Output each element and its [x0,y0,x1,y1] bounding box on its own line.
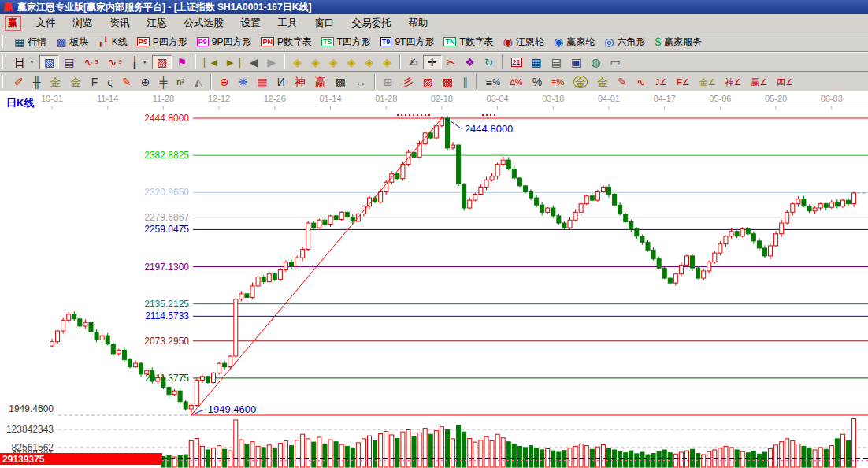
menu-item[interactable]: 文件 [28,15,65,32]
fan-box-tool-button[interactable]: ▨ [418,75,438,89]
set-square-button[interactable]: ◭ [189,75,207,89]
t9-square-button[interactable]: T99T四方形 [376,34,440,50]
next-page-button[interactable]: ▶ [263,55,281,69]
pattern-button[interactable]: ▨ [152,55,172,69]
h-range-tool-button[interactable]: ↔ [351,75,371,89]
chart-canvas[interactable]: 10-3111-1411-2812-1212-2601-1401-2802-18… [0,91,868,468]
calculator-button[interactable]: ▦ [527,55,547,69]
sectors-button[interactable]: ▩板块 [51,34,93,50]
p-number-button[interactable]: PNP数字表 [256,34,317,50]
hexagon-button[interactable]: ◎六角形 [599,34,650,50]
parallel-lines-tool-button[interactable]: ∥ [458,75,473,89]
candle-body [796,199,800,204]
red-grid-tool-button[interactable]: ▦ [252,75,272,89]
volume-flag-button[interactable]: ⚑ [172,55,191,69]
percent-button[interactable]: % [528,75,547,89]
gold-gann-ruler2-button[interactable]: 金 [66,75,87,89]
brush-tool-button[interactable]: ✎ [613,75,632,89]
k-mark-tool-button[interactable]: И [273,75,290,89]
window-title-bar[interactable]: 赢 赢家江恩专业版[赢家内部服务平台] - [上证指数 SH1A0001-167… [0,0,868,14]
quotes-button[interactable]: ▦行情 [9,34,51,50]
corner-box-tool-button[interactable]: ⊞ [379,75,398,89]
crosshair-tool-button[interactable]: ✛ [423,55,442,69]
first-page-button[interactable]: ▏◀ [199,55,222,69]
spiral-tool-button[interactable]: ς [102,75,117,89]
shen-tool-button[interactable]: 神 [290,75,310,89]
gann-diamond-expand-button[interactable]: ◈ [325,55,343,69]
menu-item[interactable]: 帮助 [400,15,437,32]
menu-item[interactable]: 资讯 [102,15,139,32]
gann-wheel-button[interactable]: ◉江恩轮 [499,34,549,50]
notes-button[interactable]: ▤ [547,55,566,69]
hatch-ruler-button[interactable]: ╪ [154,75,172,89]
winner-wheel-button[interactable]: ◉赢家轮 [549,34,599,50]
hand-tool-button[interactable]: ✍ [404,55,423,69]
n-square-button[interactable]: n² [172,75,189,89]
menu-item[interactable]: 设置 [232,15,269,32]
gann-diamond-left-button[interactable]: ◈ [288,55,306,69]
fan-lines-tool-button[interactable]: 彡 [398,75,418,89]
cycle-tool-button[interactable]: ↻ [480,55,499,69]
toolbar-grip[interactable] [2,75,6,87]
gann-diamond-cross-button[interactable]: ◈ [378,55,396,69]
save-button[interactable]: ▣ [566,55,586,69]
measure-tool-button[interactable]: ✂ [442,55,461,69]
calendar-button[interactable]: 21 [506,56,527,69]
t-number-button[interactable]: TNT数字表 [439,34,498,50]
prev-page-button[interactable]: ◀ [245,55,263,69]
scale-percent-button[interactable]: ≣% [480,75,505,89]
kline-button[interactable]: ╻╹K线 [93,34,132,50]
candle-body [295,258,299,266]
f-angle-button[interactable]: F∠ [672,75,695,89]
wave-3-button[interactable]: ∿3 [79,55,102,69]
percent-lines-button[interactable]: ≡% [547,75,569,89]
gold-gann-ruler-button[interactable]: 金 [46,75,66,89]
print-button[interactable]: ▭ [605,55,625,69]
t-square-button[interactable]: TST四方形 [317,34,376,50]
ying-tool-button[interactable]: 赢 [310,75,331,89]
menu-item[interactable]: 工具 [269,15,306,32]
tri-percent-button[interactable]: ∆% [505,75,528,89]
gann-diamond-compress-button[interactable]: ◈ [343,55,361,69]
menu-item[interactable]: 公式选股 [176,15,232,32]
wave-9-button[interactable]: ∿9 [103,55,127,69]
menu-logo-icon[interactable]: 赢 [5,16,21,31]
circle-gauge-button[interactable]: ⊕ [136,75,155,89]
grid-ruler-button[interactable]: ╫ [28,75,46,89]
p-square-button[interactable]: PSP四方形 [132,34,192,50]
menu-item[interactable]: 窗口 [306,15,343,32]
network-button[interactable]: ◍ [586,55,605,69]
gold-circle-button[interactable]: 金 [569,74,592,90]
pen-tool-button[interactable]: ✐ [9,75,28,89]
ying-angle-button[interactable]: 赢∠ [746,75,772,89]
toolbar-grip[interactable] [2,35,6,49]
f-ruler-button[interactable]: F [87,75,103,89]
p9-square-button[interactable]: P99P四方形 [192,34,257,50]
gann-shape-button[interactable]: ❖ [460,55,480,69]
toolbar-grip[interactable] [2,55,6,68]
gold-levels-icon: 金 [597,76,608,87]
menu-item[interactable]: 交易委托 [343,15,400,32]
menu-item[interactable]: 江恩 [139,15,176,32]
overlay-chart-button[interactable]: ▧ [39,55,59,69]
dense-grid-tool-button[interactable]: ▩ [331,75,351,89]
info-panel-button[interactable]: ▤ [59,55,79,69]
marker-pen-button[interactable]: ✎ [117,75,136,89]
menu-item[interactable]: 浏览 [65,15,102,32]
fan-box2-tool-button[interactable]: ▩ [438,75,458,89]
period-day-dropdown[interactable]: 日▼ [9,55,39,69]
gold-levels-button[interactable]: 金 [592,75,613,89]
gold-angle-button[interactable]: 金∠ [695,75,721,89]
kline-chart-area[interactable]: 10-3111-1411-2812-1212-2601-1401-2802-18… [0,91,868,468]
last-page-button[interactable]: ▶▕ [222,55,245,69]
target-tool-button[interactable]: ⊕ [215,75,234,89]
starburst-tool-button[interactable]: ❋ [234,75,253,89]
gann-diamond-right-button[interactable]: ◈ [306,55,325,69]
four-angle-button[interactable]: 四∠ [772,75,798,89]
j-angle-button[interactable]: J∠ [651,75,672,89]
candle-style-dropdown[interactable]: ╽▼ [127,55,152,69]
gann-diamond-grid-button[interactable]: ◈ [360,55,378,69]
winner-service-button[interactable]: $赢家服务 [650,34,707,50]
shen-angle-button[interactable]: 神∠ [721,75,747,89]
wave-tool-button[interactable]: ∿ [632,75,651,89]
